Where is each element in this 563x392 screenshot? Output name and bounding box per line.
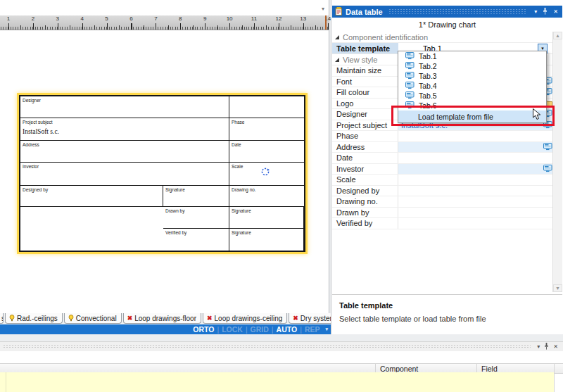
group-label: Component identification (343, 33, 428, 42)
status-separator: | (217, 325, 219, 334)
property-label: Phase (332, 131, 398, 141)
property-description: Table template Select table template or … (332, 294, 562, 334)
panel-menu-icon[interactable]: ▾ (535, 344, 542, 350)
sheet-tab-label: Rad.-ceilings (17, 315, 58, 322)
pin-icon[interactable] (541, 8, 549, 16)
status-arrow-icon[interactable]: ▾ (325, 327, 328, 332)
close-icon[interactable]: ✕ (552, 9, 559, 15)
dropdown-item-tab-2[interactable]: Tab.2 (398, 61, 546, 71)
error-icon: ✖ (127, 315, 133, 322)
monitor-icon[interactable] (543, 165, 552, 174)
ruler-number: 13 (300, 15, 306, 22)
panel-menu-icon[interactable]: ▾ (533, 9, 538, 15)
property-row-drawing-no-[interactable]: Drawing no. (332, 196, 554, 208)
titlebar-texture (3, 344, 531, 349)
dropdown-item-tab-5[interactable]: Tab.5 (398, 91, 546, 101)
chart-cell-drawing-no: Drawing no. (229, 186, 304, 207)
scroll-down-icon[interactable]: ▼ (553, 284, 562, 292)
dropdown-item-tab-4[interactable]: Tab.4 (398, 81, 546, 91)
property-row-date[interactable]: Date (332, 153, 554, 164)
property-label: Address (332, 142, 398, 153)
message-row[interactable] (0, 372, 555, 392)
bottom-panel-titlebar[interactable]: ▾ ✕ (0, 342, 563, 351)
property-row-verified-by[interactable]: Verified by (332, 218, 554, 229)
property-label: Font (332, 77, 398, 87)
chart-cell-signature-3: Signature (229, 229, 304, 251)
chart-cell-address: Address (20, 141, 229, 163)
monitor-icon (405, 52, 415, 61)
status-toggle-lock[interactable]: LOCK (222, 325, 243, 334)
sheet-tab-rad-ceilings[interactable]: Rad.-ceilings (5, 313, 63, 324)
property-row-address[interactable]: Address (332, 142, 554, 153)
sheet-tab-convectional[interactable]: Convectional (64, 313, 122, 324)
panel-title: Data table (346, 8, 383, 16)
chart-cell-signature-1: Signature (163, 186, 229, 207)
property-row-phase[interactable]: Phase (332, 131, 554, 142)
ruler-number: 8 (179, 15, 182, 22)
close-icon[interactable]: ✕ (551, 344, 560, 350)
property-value (398, 142, 554, 153)
property-value (398, 186, 554, 196)
scrollbar[interactable]: ▲ ▼ (552, 32, 562, 292)
sheet-tab-loop-drawings-ceiling[interactable]: ✖Loop drawings-ceiling (203, 313, 287, 324)
collapse-triangle-icon (335, 35, 339, 39)
description-title: Table template (339, 301, 555, 310)
sheet-tab-label: Loop drawings-floor (134, 315, 196, 322)
property-row-designed-by[interactable]: Designed by (332, 186, 554, 197)
drawing-canvas[interactable]: ▾ 1234567891011121314 Designer Project s… (0, 0, 329, 313)
sheet-tab-loop-drawings-floor[interactable]: ✖Loop drawings-floor (123, 313, 201, 324)
ruler-position-marker (325, 15, 327, 30)
property-label: Project subject (332, 120, 398, 131)
ruler-number: 12 (275, 15, 282, 22)
pin-icon[interactable] (542, 343, 551, 351)
status-ok-icon (68, 315, 74, 323)
dropdown-item-label: Tab.3 (419, 72, 437, 80)
dropdown-item-label: Tab.4 (419, 82, 437, 90)
status-separator: | (272, 325, 274, 334)
property-label: Investor (332, 164, 398, 175)
chart-label: Phase (232, 120, 244, 125)
monitor-icon (405, 91, 415, 101)
status-toggle-auto[interactable]: AUTO (277, 325, 298, 334)
ruler-number: 4 (80, 15, 83, 22)
monitor-icon[interactable] (543, 143, 552, 152)
panel-titlebar[interactable]: Data table ▾ ✕ (332, 6, 562, 18)
property-row-drawn-by[interactable]: Drawn by (332, 208, 554, 219)
rotate-icon (260, 167, 270, 177)
chevron-down-icon[interactable]: ▾ (322, 6, 324, 12)
chart-cell-designed-by: Designed by (20, 186, 163, 207)
sheet-tab-partial[interactable]: s (0, 313, 4, 324)
property-label: Verified by (332, 218, 398, 229)
chart-label: Date (232, 142, 241, 147)
property-row-investor[interactable]: Investor (332, 164, 554, 175)
group-component-identification[interactable]: Component identification (332, 32, 554, 43)
dropdown-item-label: Tab.5 (419, 91, 437, 100)
ruler-number: 7 (154, 15, 157, 22)
status-separator: | (300, 325, 302, 334)
chart-cell-phase: Phase (229, 118, 304, 141)
error-icon: ✖ (207, 315, 213, 322)
annotation-highlight (391, 106, 555, 126)
chart-label: Designed by (23, 187, 48, 192)
chart-label: Signature (232, 230, 251, 235)
ruler-number: 1 (7, 15, 10, 22)
dropdown-item-tab-3[interactable]: Tab.3 (398, 71, 546, 81)
drawing-chart-table[interactable]: Designer Project subject InstalSoft s.c.… (19, 95, 305, 252)
scroll-up-icon[interactable]: ▲ (553, 32, 562, 39)
chart-label: Address (23, 142, 39, 147)
dock-gap (0, 334, 563, 341)
application-window: ▾ 1234567891011121314 Designer Project s… (0, 0, 563, 392)
project-subject-value: InstalSoft s.c. (23, 128, 227, 135)
selected-component-header: 1* Drawing chart (332, 18, 562, 32)
property-label: Drawing no. (332, 196, 398, 207)
ruler-number: 10 (227, 15, 233, 22)
dropdown-item-tab-1[interactable]: Tab.1 (398, 51, 546, 61)
chart-cell-project-subject: Project subject InstalSoft s.c. (20, 118, 229, 141)
status-toggle-orto[interactable]: ORTO (193, 325, 214, 334)
status-toggle-grid[interactable]: GRID (251, 325, 269, 334)
property-row-scale[interactable]: Scale (332, 175, 554, 186)
ruler-number: 9 (203, 15, 206, 22)
mouse-cursor-icon (532, 108, 542, 124)
property-value (398, 164, 554, 175)
status-toggle-rep[interactable]: REP (305, 325, 320, 334)
